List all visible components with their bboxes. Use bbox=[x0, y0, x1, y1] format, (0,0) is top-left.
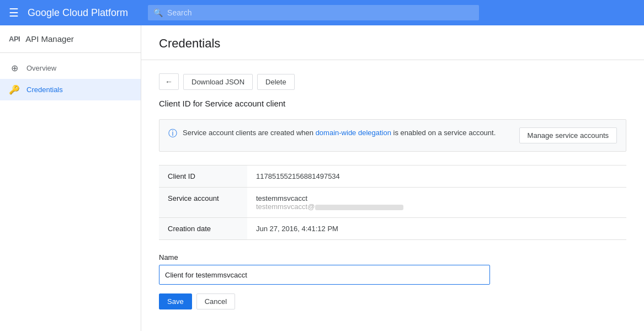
service-account-email: testemmsvcacct@ bbox=[256, 202, 618, 211]
credentials-table: Client ID 117851552156881497534 Service … bbox=[159, 165, 626, 240]
search-icon: 🔍 bbox=[153, 8, 163, 17]
info-text: Service account clients are created when… bbox=[183, 127, 496, 138]
sidebar-item-overview-label: Overview bbox=[26, 64, 56, 72]
sidebar-item-overview[interactable]: ⊕ Overview bbox=[0, 57, 141, 79]
toolbar: ← Download JSON Delete bbox=[159, 73, 626, 90]
sidebar-nav: ⊕ Overview 🔑 Credentials bbox=[0, 53, 141, 100]
name-label: Name bbox=[159, 253, 626, 261]
field-label-client-id: Client ID bbox=[159, 166, 247, 188]
info-box-left: ⓘ Service account clients are created wh… bbox=[168, 127, 496, 140]
table-row-client-id: Client ID 117851552156881497534 bbox=[159, 166, 626, 188]
search-input[interactable] bbox=[167, 8, 473, 17]
cancel-button[interactable]: Cancel bbox=[196, 293, 235, 309]
sidebar-header: API API Manager bbox=[0, 25, 141, 53]
delete-button[interactable]: Delete bbox=[257, 74, 295, 90]
field-label-service-account: Service account bbox=[159, 188, 247, 218]
main-header: Credentials bbox=[141, 25, 644, 60]
sidebar: API API Manager ⊕ Overview 🔑 Credentials bbox=[0, 25, 141, 331]
field-label-creation-date: Creation date bbox=[159, 218, 247, 240]
menu-icon[interactable]: ☰ bbox=[9, 6, 19, 19]
api-badge: API bbox=[9, 35, 20, 43]
field-value-creation-date: Jun 27, 2016, 4:41:12 PM bbox=[247, 218, 626, 240]
page-title: Credentials bbox=[159, 36, 626, 51]
save-button[interactable]: Save bbox=[159, 293, 192, 309]
field-value-client-id: 117851552156881497534 bbox=[247, 166, 626, 188]
manage-service-accounts-button[interactable]: Manage service accounts bbox=[519, 127, 617, 143]
info-text-after-link: is enabled on a service account. bbox=[391, 129, 496, 137]
search-bar: 🔍 bbox=[148, 5, 479, 20]
service-account-name: testemmsvcacct bbox=[256, 194, 618, 202]
info-text-before-link: Service account clients are created when bbox=[183, 129, 316, 137]
back-button[interactable]: ← bbox=[159, 73, 179, 90]
table-row-service-account: Service account testemmsvcacct testemmsv… bbox=[159, 188, 626, 218]
main-content: ← Download JSON Delete Client ID for Ser… bbox=[141, 60, 644, 323]
name-section: Name bbox=[159, 253, 626, 285]
credentials-icon: 🔑 bbox=[9, 84, 20, 95]
overview-icon: ⊕ bbox=[9, 63, 20, 73]
table-row-creation-date: Creation date Jun 27, 2016, 4:41:12 PM bbox=[159, 218, 626, 240]
section-subtitle: Client ID for Service account client bbox=[159, 99, 626, 108]
name-input[interactable] bbox=[159, 265, 490, 285]
sidebar-item-credentials-label: Credentials bbox=[26, 86, 63, 94]
domain-wide-delegation-link[interactable]: domain-wide delegation bbox=[316, 129, 391, 137]
field-value-service-account: testemmsvcacct testemmsvcacct@ bbox=[247, 188, 626, 218]
form-actions: Save Cancel bbox=[159, 293, 626, 309]
info-icon: ⓘ bbox=[168, 128, 177, 140]
sidebar-app-title: API Manager bbox=[25, 34, 74, 44]
app-layout: API API Manager ⊕ Overview 🔑 Credentials… bbox=[0, 25, 644, 331]
info-box: ⓘ Service account clients are created wh… bbox=[159, 119, 626, 152]
topbar-title: Google Cloud Platform bbox=[28, 7, 128, 19]
sidebar-item-credentials[interactable]: 🔑 Credentials bbox=[0, 79, 141, 100]
download-json-button[interactable]: Download JSON bbox=[183, 74, 253, 90]
main-content-area: Credentials ← Download JSON Delete Clien… bbox=[141, 25, 644, 331]
topbar: ☰ Google Cloud Platform 🔍 bbox=[0, 0, 644, 25]
